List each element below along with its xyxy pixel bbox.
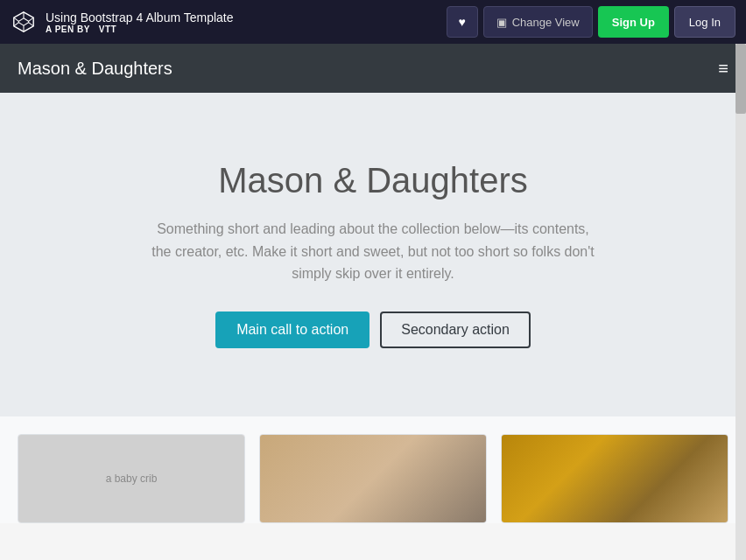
hero-section: Mason & Daughters Something short and le… (0, 93, 746, 416)
svg-line-6 (29, 23, 34, 26)
album-card-2-img (260, 435, 486, 522)
hero-subtitle: Something short and leading about the co… (145, 218, 601, 285)
album-card-1: a baby crib (18, 434, 245, 523)
svg-line-5 (14, 18, 19, 21)
topbar-byline-text: A PEN BY (46, 24, 90, 34)
album-card-1-img: a baby crib (18, 435, 244, 522)
hero-title: Mason & Daughters (218, 161, 528, 200)
scrollbar-thumb[interactable] (735, 44, 746, 114)
heart-button[interactable]: ♥ (447, 6, 478, 38)
svg-marker-1 (18, 18, 28, 25)
change-view-button[interactable]: ▣ Change View (483, 6, 593, 38)
svg-line-4 (29, 18, 34, 21)
codepen-topbar: Using Bootstrap 4 Album Template A PEN B… (0, 0, 746, 44)
topbar-title: Using Bootstrap 4 Album Template (46, 10, 438, 24)
login-button[interactable]: Log In (674, 6, 735, 38)
navbar-toggler[interactable]: ≡ (718, 60, 728, 77)
primary-action-button[interactable]: Main call to action (215, 312, 369, 348)
topbar-byline: A PEN BY VTT (46, 24, 438, 34)
change-view-icon: ▣ (496, 16, 507, 29)
secondary-action-button[interactable]: Secondary action (380, 312, 531, 348)
svg-line-7 (14, 23, 19, 26)
main-navbar: Mason & Daughters ≡ (0, 44, 746, 93)
hero-buttons: Main call to action Secondary action (215, 312, 531, 348)
album-card-1-alt: a baby crib (106, 472, 158, 485)
signup-button[interactable]: Sign Up (598, 6, 669, 38)
topbar-actions: ♥ ▣ Change View Sign Up Log In (447, 6, 735, 38)
topbar-title-block: Using Bootstrap 4 Album Template A PEN B… (46, 10, 438, 34)
album-card-3-img (502, 435, 728, 522)
album-grid: a baby crib (18, 434, 728, 523)
album-card-3 (501, 434, 728, 523)
scrollbar-track[interactable] (735, 44, 746, 560)
codepen-logo (11, 9, 37, 35)
album-section: a baby crib (0, 416, 746, 523)
topbar-author: VTT (99, 24, 116, 34)
navbar-brand[interactable]: Mason & Daughters (18, 59, 172, 79)
change-view-label: Change View (512, 16, 580, 29)
album-card-2 (259, 434, 487, 523)
